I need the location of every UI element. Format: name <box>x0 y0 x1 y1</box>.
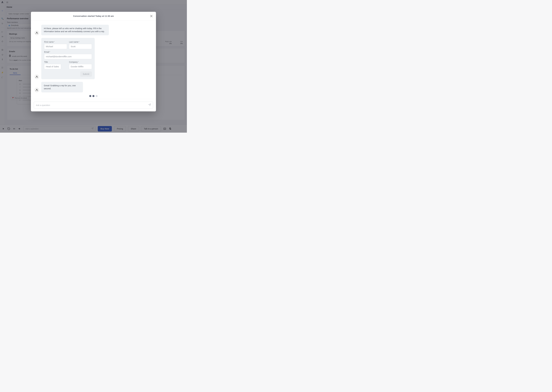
svg-point-6 <box>37 32 37 33</box>
modal-ask-input[interactable] <box>36 104 148 106</box>
bot-message-1: Hi there, please tell us who we're chatt… <box>41 25 109 35</box>
lead-form: First name* Last name* Email* Title <box>41 38 95 79</box>
bot-message-2: Great! Grabbing a rep for you, one secon… <box>41 82 83 92</box>
chat-modal: Conversation started Today at 11:30 am H… <box>31 12 156 111</box>
last-name-label: Last name* <box>69 41 92 43</box>
title-label: Title <box>44 61 67 63</box>
email-field[interactable] <box>44 54 92 59</box>
bot-avatar-icon <box>34 74 39 79</box>
bot-avatar-icon <box>34 30 39 35</box>
bot-avatar-icon <box>34 88 39 92</box>
modal-footer <box>31 99 156 111</box>
submit-button[interactable]: Submit <box>80 71 92 77</box>
first-name-label: First name* <box>44 41 67 43</box>
first-name-field[interactable] <box>44 44 67 49</box>
svg-point-7 <box>37 76 37 77</box>
typing-indicator <box>34 95 153 97</box>
modal-title: Conversation started Today at 11:30 am <box>73 15 114 17</box>
modal-send-icon[interactable] <box>148 104 151 107</box>
title-field[interactable] <box>44 64 61 69</box>
company-field[interactable] <box>69 64 92 69</box>
last-name-field[interactable] <box>69 44 92 49</box>
email-label: Email* <box>44 51 92 53</box>
modal-header: Conversation started Today at 11:30 am <box>31 12 156 20</box>
svg-point-8 <box>37 89 37 90</box>
close-icon[interactable] <box>149 14 154 18</box>
company-label: Company* <box>69 61 92 63</box>
modal-ask-input-wrap <box>34 102 153 109</box>
modal-body: Hi there, please tell us who we're chatt… <box>31 20 156 99</box>
